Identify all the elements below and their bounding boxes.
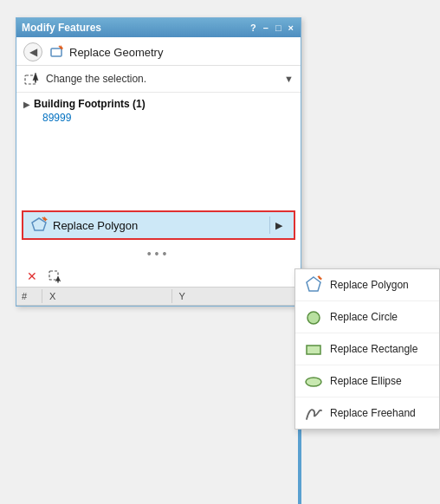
maximize-button[interactable]: □ — [274, 23, 283, 33]
col-header-y: Y — [172, 289, 301, 303]
selection-row[interactable]: Change the selection. ▼ — [16, 66, 301, 93]
menu-item-replace-circle[interactable]: Replace Circle — [295, 301, 439, 333]
dots-indicator: ••• — [147, 247, 171, 261]
table-header: # X Y — [16, 288, 301, 306]
panel-title: Modify Features — [22, 22, 101, 34]
svg-rect-4 — [49, 271, 58, 280]
panel-header-row: ◀ Replace Geometry — [16, 37, 301, 66]
menu-ellipse-icon — [304, 372, 323, 391]
select-button[interactable] — [44, 266, 65, 287]
minimize-button[interactable]: – — [262, 23, 270, 33]
menu-label-replace-ellipse: Replace Ellipse — [330, 375, 402, 387]
col-header-num: # — [16, 289, 42, 303]
menu-freehand-icon — [304, 404, 323, 423]
delete-button[interactable]: ✕ — [22, 266, 42, 287]
menu-polygon-icon — [304, 275, 323, 294]
panel-body: ◀ Replace Geometry Change the selection.… — [16, 37, 301, 306]
modify-features-panel: Modify Features ? – □ × ◀ Replace Geomet… — [16, 17, 301, 307]
active-tool-label: Replace Polygon — [53, 219, 264, 232]
tree-expand-icon[interactable]: ▶ — [23, 100, 30, 109]
toolbar-row: ✕ — [16, 264, 301, 288]
menu-item-replace-polygon[interactable]: Replace Polygon — [295, 269, 439, 301]
cursor-icon — [48, 269, 61, 283]
replace-dropdown-menu: Replace Polygon Replace Circle Replace R… — [294, 268, 440, 430]
tool-dropdown-arrow-icon: ▶ — [275, 220, 282, 231]
svg-marker-7 — [319, 275, 322, 279]
menu-label-replace-freehand: Replace Freehand — [330, 407, 416, 419]
dots-row: ••• — [16, 240, 301, 264]
svg-rect-0 — [51, 48, 61, 56]
tree-area: ▶ Building Footprints (1) 89999 — [16, 93, 301, 205]
back-button[interactable]: ◀ — [23, 42, 42, 61]
menu-label-replace-circle: Replace Circle — [330, 311, 398, 323]
menu-item-replace-rectangle[interactable]: Replace Rectangle — [295, 333, 439, 365]
selection-label: Change the selection. — [46, 73, 279, 85]
section-title-row: Replace Geometry — [49, 44, 163, 60]
svg-marker-3 — [32, 218, 46, 230]
menu-label-replace-polygon: Replace Polygon — [330, 279, 409, 291]
titlebar-title-group: Modify Features — [22, 22, 101, 34]
tree-sub-item[interactable]: 89999 — [23, 112, 294, 124]
tree-item-id: 89999 — [42, 112, 71, 124]
menu-item-replace-ellipse[interactable]: Replace Ellipse — [295, 365, 439, 397]
svg-rect-9 — [307, 346, 320, 354]
svg-point-8 — [307, 312, 320, 324]
col-header-x: X — [42, 289, 172, 303]
replace-polygon-icon — [30, 216, 48, 234]
panel-titlebar: Modify Features ? – □ × — [16, 18, 301, 37]
tree-group-item: ▶ Building Footprints (1) — [23, 96, 294, 112]
replace-geometry-icon — [49, 44, 65, 60]
svg-marker-2 — [33, 73, 38, 83]
menu-label-replace-rectangle: Replace Rectangle — [330, 343, 417, 355]
menu-item-replace-freehand[interactable]: Replace Freehand — [295, 397, 439, 429]
tree-group-label: Building Footprints (1) — [34, 98, 146, 110]
selection-dropdown-arrow[interactable]: ▼ — [284, 74, 294, 84]
menu-rectangle-icon — [304, 339, 323, 359]
svg-point-10 — [306, 378, 321, 386]
titlebar-controls: ? – □ × — [249, 23, 295, 33]
tool-dropdown-button[interactable]: ▶ — [269, 216, 287, 234]
menu-circle-icon — [304, 307, 323, 326]
svg-marker-6 — [307, 277, 320, 291]
section-title: Replace Geometry — [69, 46, 163, 59]
bottom-accent-line — [298, 423, 301, 504]
selection-icon — [23, 70, 41, 87]
delete-icon: ✕ — [27, 269, 37, 283]
close-button[interactable]: × — [287, 23, 295, 33]
help-button[interactable]: ? — [249, 23, 258, 33]
active-tool-row[interactable]: Replace Polygon ▶ — [22, 210, 295, 240]
back-icon: ◀ — [29, 46, 37, 58]
svg-marker-5 — [55, 276, 61, 283]
